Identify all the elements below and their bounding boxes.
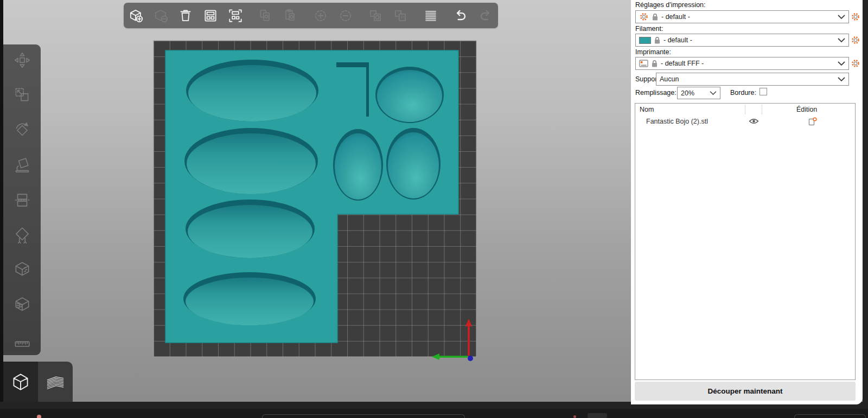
print-settings-gear-icon [639,12,649,22]
split-objects-button [363,4,388,27]
view-mode-toggles [3,362,73,402]
taskbar-dot [573,415,576,418]
move-icon [12,50,32,70]
add-object-icon [128,8,144,24]
slicer-window: P [0,0,868,418]
mold-cavity-ellipse [186,200,315,258]
undo-button[interactable] [449,4,474,27]
preview-layers-icon [43,370,67,393]
arrange-selection-button[interactable] [223,4,248,27]
mold-cavity-ellipse [186,60,318,121]
chevron-down-icon [838,61,845,66]
printer-edit-button[interactable] [850,58,861,69]
viewport-3d[interactable]: P [3,0,631,402]
arrange-selection-icon [227,8,244,24]
brim-label: Bordure: [730,89,756,97]
lock-icon [652,60,658,68]
measure-icon [12,330,32,349]
filament-combo[interactable]: - default - [635,34,849,47]
paint-supports-button[interactable] [3,223,41,246]
remove-object-icon [153,8,169,24]
eye-icon [749,118,759,125]
gear-icon [851,35,860,45]
mold-dome-wide [375,67,444,123]
slice-now-label: Découper maintenant [707,387,782,395]
taskbar-dot [37,415,41,418]
scale-icon [12,85,32,105]
filament-edit-button[interactable] [850,35,861,46]
object-row[interactable]: Fantastic Bojo (2).stl [635,115,855,128]
paste-icon [282,8,298,24]
seam-painting-icon [12,260,32,279]
printer-value: - default FFF - [661,60,704,67]
scene-canvas[interactable] [3,0,631,402]
lock-icon [652,13,658,21]
visibility-eye-button[interactable] [749,118,759,126]
printer-label: Imprimante: [635,48,671,56]
edit-document-icon [808,117,817,126]
mmu-painting-button[interactable] [3,293,41,316]
copy-icon [257,8,273,24]
supports-value: Aucun [660,75,679,83]
chevron-down-icon [710,91,717,95]
object-list-header: Nom Édition [635,104,855,115]
print-settings-edit-button[interactable] [850,11,861,22]
copy-button [253,4,278,27]
name-column-header: Nom [640,106,654,113]
rotate-button[interactable] [3,119,41,142]
mmu-painting-icon [12,295,32,314]
infill-label: Remplissage: [635,89,676,97]
object-list: Nom Édition Fantastic Bojo (2).stl [635,103,856,380]
chevron-down-icon [838,14,845,20]
arrange-button[interactable] [198,4,223,27]
measure-button[interactable] [3,328,41,351]
seam-painting-button[interactable] [3,258,41,281]
add-object-button[interactable] [124,4,149,27]
mold-cavity-ellipse [184,128,318,194]
variable-layer-height-button[interactable] [418,4,443,27]
edition-column-header: Édition [796,106,817,113]
taskbar-fragment [588,413,607,418]
redo-button [473,4,498,27]
scale-button[interactable] [3,83,41,106]
editor-3d-toggle[interactable] [3,362,38,402]
filament-color-swatch [639,37,651,44]
brim-checkbox[interactable] [760,88,767,95]
groove-vertical [366,62,369,117]
gear-icon [851,12,860,22]
window-right-edge [863,0,868,402]
delete-all-icon [177,8,194,24]
cut-button[interactable] [3,189,41,211]
add-instance-icon [312,8,329,24]
infill-combo[interactable]: 20% [677,87,720,99]
remove-instance-button [333,4,358,27]
place-on-face-button[interactable] [3,153,41,176]
slice-now-button[interactable]: Découper maintenant [635,382,856,401]
print-settings-combo[interactable]: - default - [635,10,849,23]
remove-instance-icon [337,8,354,24]
printer-combo[interactable]: - default FFF - [635,57,849,70]
window-left-edge [0,0,3,402]
place-on-face-icon [12,155,32,175]
taskbar-fragment [262,414,465,418]
printer-icon [639,60,648,67]
undo-icon [452,8,469,24]
supports-combo[interactable]: Aucun [656,73,849,86]
redo-icon [477,8,494,24]
axis-origin-dot [468,356,473,361]
variable-layer-height-icon [423,8,439,24]
print-settings-value: - default - [661,13,690,21]
remove-object-button [149,4,174,27]
object-name: Fantastic Bojo (2).stl [646,118,708,125]
delete-all-button[interactable] [173,4,198,27]
rotate-icon [12,120,32,140]
groove-horizontal [336,62,367,67]
paste-button [278,4,303,27]
chevron-down-icon [838,37,845,43]
infill-value: 20% [681,89,694,97]
filament-value: - default - [663,36,692,44]
preview-layers-toggle[interactable] [38,362,73,402]
mold-dome-egg [333,129,383,201]
edit-object-button[interactable] [808,117,817,127]
move-button[interactable] [3,49,41,72]
